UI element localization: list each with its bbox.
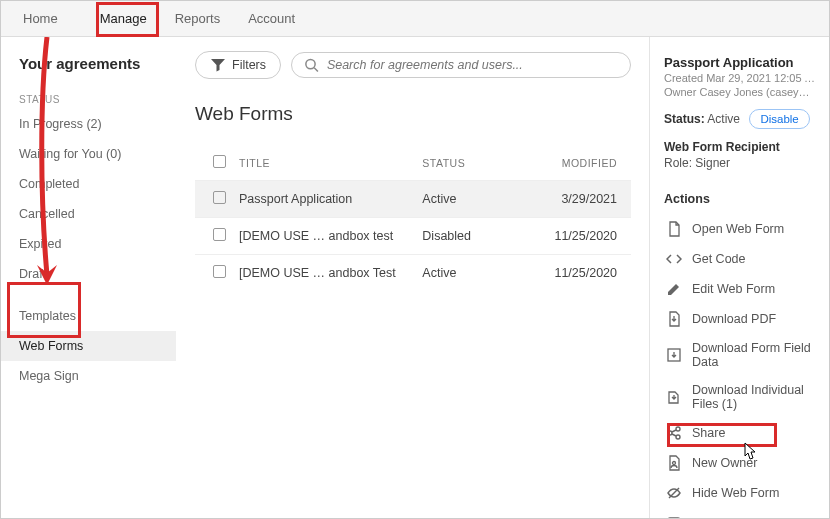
toolbar: Filters	[195, 51, 631, 79]
recipient-role: Role: Signer	[664, 156, 819, 170]
notes-icon	[666, 515, 682, 518]
row-checkbox[interactable]	[213, 265, 226, 278]
filters-button[interactable]: Filters	[195, 51, 281, 79]
detail-owner: Owner Casey Jones (casey@caseyjones.d..)	[664, 86, 819, 98]
row-modified: 11/25/2020	[539, 229, 627, 243]
status-completed[interactable]: Completed	[1, 169, 176, 199]
col-modified[interactable]: MODIFIED	[539, 157, 627, 169]
status-draft[interactable]: Draft	[1, 259, 176, 289]
detail-panel: Passport Application Created Mar 29, 202…	[649, 37, 829, 518]
row-title: [DEMO USE … andbox test	[239, 229, 422, 243]
action-label: Add Notes	[692, 516, 750, 518]
action-share[interactable]: Share	[664, 418, 819, 448]
svg-line-1	[314, 68, 318, 72]
pencil-icon	[666, 281, 682, 297]
web-forms-table: TITLE STATUS MODIFIED Passport Applicati…	[195, 145, 631, 291]
filters-label: Filters	[232, 58, 266, 72]
status-label: Status:	[664, 112, 705, 126]
detail-status: Status: Active Disable	[664, 112, 819, 126]
row-checkbox[interactable]	[213, 191, 226, 204]
row-status: Disabled	[422, 229, 539, 243]
action-download-individual-files[interactable]: Download Individual Files (1)	[664, 376, 819, 418]
status-cancelled[interactable]: Cancelled	[1, 199, 176, 229]
table-header: TITLE STATUS MODIFIED	[195, 145, 631, 180]
detail-title: Passport Application	[664, 55, 819, 70]
sidebar-status-label: STATUS	[1, 90, 176, 109]
nav-reports[interactable]: Reports	[161, 2, 235, 35]
svg-point-4	[676, 427, 680, 431]
actions-list: Open Web FormGet CodeEdit Web FormDownlo…	[664, 214, 819, 518]
status-value: Active	[707, 112, 740, 126]
action-get-code[interactable]: Get Code	[664, 244, 819, 274]
action-label: Hide Web Form	[692, 486, 779, 500]
download-icon	[666, 311, 682, 327]
status-in-progress[interactable]: In Progress (2)	[1, 109, 176, 139]
page-title: Your agreements	[1, 55, 176, 90]
row-modified: 11/25/2020	[539, 266, 627, 280]
action-label: Open Web Form	[692, 222, 784, 236]
actions-label: Actions	[664, 192, 819, 206]
svg-point-6	[673, 462, 676, 465]
table-row[interactable]: [DEMO USE … andbox test Disabled 11/25/2…	[195, 217, 631, 254]
table-row[interactable]: [DEMO USE … andbox Test Active 11/25/202…	[195, 254, 631, 291]
action-hide-web-form[interactable]: Hide Web Form	[664, 478, 819, 508]
action-label: New Owner	[692, 456, 757, 470]
group-web-forms[interactable]: Web Forms	[1, 331, 176, 361]
col-title[interactable]: TITLE	[239, 157, 422, 169]
action-open-web-form[interactable]: Open Web Form	[664, 214, 819, 244]
doc-icon	[666, 221, 682, 237]
action-label: Share	[692, 426, 725, 440]
new-owner-icon	[666, 455, 682, 471]
action-label: Download Individual Files (1)	[692, 383, 817, 411]
row-title: [DEMO USE … andbox Test	[239, 266, 422, 280]
row-checkbox[interactable]	[213, 228, 226, 241]
status-waiting[interactable]: Waiting for You (0)	[1, 139, 176, 169]
svg-point-5	[676, 435, 680, 439]
select-all-checkbox[interactable]	[213, 155, 226, 168]
action-new-owner[interactable]: New Owner	[664, 448, 819, 478]
table-row[interactable]: Passport Application Active 3/29/2021	[195, 180, 631, 217]
download-data-icon	[666, 347, 682, 363]
row-modified: 3/29/2021	[539, 192, 627, 206]
share-icon	[666, 425, 682, 441]
search-box[interactable]	[291, 52, 631, 78]
action-add-notes[interactable]: Add Notes	[664, 508, 819, 518]
content-area: Filters Web Forms TITLE STATUS MODIFIED …	[177, 37, 649, 518]
row-title: Passport Application	[239, 192, 422, 206]
hide-icon	[666, 485, 682, 501]
top-nav: Home Send Manage Reports Account	[1, 1, 829, 37]
recipient-label: Web Form Recipient	[664, 140, 780, 154]
search-icon	[304, 57, 319, 73]
filter-icon	[210, 57, 226, 73]
col-status[interactable]: STATUS	[422, 157, 539, 169]
nav-home[interactable]: Home	[9, 2, 72, 35]
section-title: Web Forms	[195, 103, 631, 125]
action-label: Download PDF	[692, 312, 776, 326]
action-label: Get Code	[692, 252, 746, 266]
recipient-block: Web Form Recipient Role: Signer	[664, 140, 819, 170]
search-input[interactable]	[327, 58, 618, 72]
action-label: Edit Web Form	[692, 282, 775, 296]
disable-button[interactable]: Disable	[749, 109, 809, 129]
download-files-icon	[666, 389, 682, 405]
action-edit-web-form[interactable]: Edit Web Form	[664, 274, 819, 304]
nav-send[interactable]: Send	[72, 2, 86, 35]
action-label: Download Form Field Data	[692, 341, 817, 369]
sidebar: Your agreements STATUS In Progress (2) W…	[1, 37, 177, 518]
status-expired[interactable]: Expired	[1, 229, 176, 259]
action-download-form-field-data[interactable]: Download Form Field Data	[664, 334, 819, 376]
main-layout: Your agreements STATUS In Progress (2) W…	[1, 37, 829, 518]
nav-account[interactable]: Account	[234, 2, 309, 35]
code-icon	[666, 251, 682, 267]
group-templates[interactable]: Templates	[1, 301, 176, 331]
row-status: Active	[422, 192, 539, 206]
group-mega-sign[interactable]: Mega Sign	[1, 361, 176, 391]
nav-manage[interactable]: Manage	[86, 2, 161, 35]
detail-created: Created Mar 29, 2021 12:05 AM	[664, 72, 819, 84]
row-status: Active	[422, 266, 539, 280]
action-download-pdf[interactable]: Download PDF	[664, 304, 819, 334]
svg-point-3	[668, 431, 672, 435]
svg-point-0	[306, 59, 315, 68]
